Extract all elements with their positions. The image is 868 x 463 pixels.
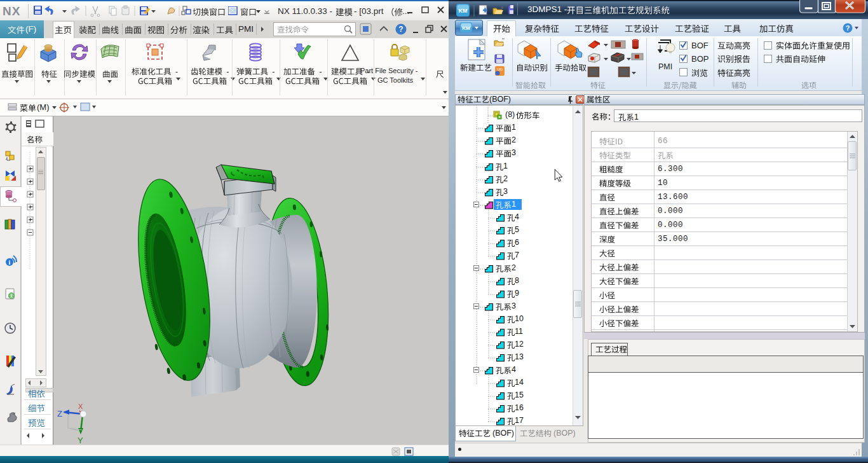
svg-text:i: i xyxy=(9,259,11,266)
svg-text:Y: Y xyxy=(78,436,83,445)
svg-text:?: ? xyxy=(846,24,850,32)
svg-text:?: ? xyxy=(398,25,403,34)
svg-text:KM: KM xyxy=(459,8,468,14)
svg-text:Z: Z xyxy=(57,409,62,418)
svg-text:UG: UG xyxy=(498,67,503,71)
svg-text:KM: KM xyxy=(462,25,470,31)
svg-text:X: X xyxy=(78,403,83,410)
